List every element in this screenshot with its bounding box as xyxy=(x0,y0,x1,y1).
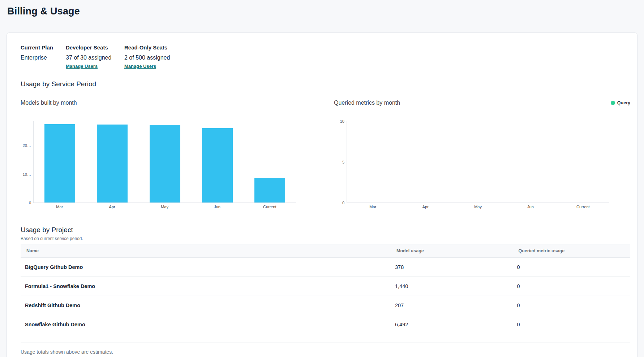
table-row: Snowflake Github Demo6,4920 xyxy=(21,315,630,334)
bar-slot xyxy=(191,121,244,203)
queried-metric-usage-value: 0 xyxy=(512,315,630,334)
manage-users-link-readonly[interactable]: Manage Users xyxy=(124,64,156,69)
y-tick-label: 20… xyxy=(23,143,31,148)
readonly-seats-value: 2 of 500 assigned xyxy=(124,55,170,61)
section-title-usage-by-project: Usage by Project xyxy=(21,226,630,234)
model-usage-value: 6,492 xyxy=(391,315,512,334)
project-name: Snowflake Github Demo xyxy=(21,315,391,334)
developer-seats-column: Developer Seats 37 of 30 assigned Manage… xyxy=(66,44,124,69)
x-tick-label: May xyxy=(452,205,504,209)
y-tick-label: 10 xyxy=(340,119,344,124)
model-usage-value: 1,440 xyxy=(391,277,512,296)
chart-legend: Query xyxy=(611,100,630,105)
bar-slot xyxy=(34,121,86,203)
bar-jun xyxy=(202,128,233,203)
x-tick-label: Current xyxy=(244,205,296,209)
metrics-chart-header: Queried metrics by month Query xyxy=(334,99,630,106)
bar-slot xyxy=(452,121,504,203)
table-row: Redshift Github Demo2070 xyxy=(21,296,630,315)
page-header: Billing & Usage xyxy=(0,0,644,17)
model-usage-value: 207 xyxy=(391,296,512,315)
column-header-model-usage: Model usage xyxy=(391,244,512,258)
bar-slot xyxy=(347,121,399,203)
bar-slot xyxy=(244,121,296,203)
queried-metric-usage-value: 0 xyxy=(512,277,630,296)
model-usage-value: 378 xyxy=(391,258,512,277)
plan-summary: Current Plan Enterprise Developer Seats … xyxy=(21,44,630,69)
bar-slot xyxy=(86,121,138,203)
footer-divider xyxy=(21,343,630,343)
table-header: NameModel usageQueried metric usage xyxy=(21,244,630,258)
bar-apr xyxy=(97,125,128,203)
models-chart-title: Models built by month xyxy=(21,100,77,106)
queried-metric-usage-value: 0 xyxy=(512,296,630,315)
legend-dot-icon xyxy=(611,101,615,105)
metrics-chart-x-axis: MarAprMayJunCurrent xyxy=(347,205,609,209)
current-plan-value: Enterprise xyxy=(21,55,66,61)
y-tick-label: 0 xyxy=(342,200,344,205)
models-chart-plot-area xyxy=(33,121,296,203)
bar-mar xyxy=(44,124,75,203)
metrics-chart-y-axis: 0510 xyxy=(334,121,347,203)
bar-slot xyxy=(138,121,191,203)
models-built-chart: Models built by month 010…20… MarAprMayJ… xyxy=(21,99,296,209)
legend-label: Query xyxy=(617,100,630,105)
models-chart-y-axis: 010…20… xyxy=(21,121,33,203)
x-tick-label: Mar xyxy=(347,205,399,209)
bar-slot xyxy=(557,121,609,203)
developer-seats-label: Developer Seats xyxy=(66,44,124,51)
column-header-name: Name xyxy=(21,244,391,258)
table-row: BigQuery Github Demo3780 xyxy=(21,258,630,277)
usage-estimates-note: Usage totals shown above are estimates. xyxy=(21,349,630,355)
usage-by-project-subtitle: Based on current service period. xyxy=(21,236,630,241)
bar-slot xyxy=(505,121,557,203)
bar-current xyxy=(254,178,285,203)
billing-card: Current Plan Enterprise Developer Seats … xyxy=(7,32,637,357)
x-tick-label: May xyxy=(138,205,191,209)
models-chart-plot: 010…20… xyxy=(21,121,296,203)
readonly-seats-label: Read-Only Seats xyxy=(124,44,170,51)
queried-metric-usage-value: 0 xyxy=(512,258,630,277)
y-tick-label: 5 xyxy=(342,160,344,165)
current-plan-label: Current Plan xyxy=(21,44,66,51)
y-tick-label: 10… xyxy=(23,172,31,177)
usage-by-project-table: NameModel usageQueried metric usage BigQ… xyxy=(21,244,630,334)
page-title: Billing & Usage xyxy=(7,6,635,17)
queried-metrics-chart: Queried metrics by month Query 0510 MarA… xyxy=(334,99,630,209)
current-plan-column: Current Plan Enterprise xyxy=(21,44,66,69)
metrics-chart-plot: 0510 xyxy=(334,121,630,203)
x-tick-label: Apr xyxy=(399,205,451,209)
project-name: Redshift Github Demo xyxy=(21,296,391,315)
x-tick-label: Apr xyxy=(86,205,138,209)
models-chart-header: Models built by month xyxy=(21,99,296,106)
readonly-seats-column: Read-Only Seats 2 of 500 assigned Manage… xyxy=(124,44,170,69)
project-name: BigQuery Github Demo xyxy=(21,258,391,277)
x-tick-label: Jun xyxy=(504,205,557,209)
bar-may xyxy=(150,125,180,203)
section-title-usage-by-service-period: Usage by Service Period xyxy=(21,80,630,88)
bar-slot xyxy=(399,121,452,203)
manage-users-link-developer[interactable]: Manage Users xyxy=(66,64,98,69)
developer-seats-value: 37 of 30 assigned xyxy=(66,55,124,61)
project-name: Formula1 - Snowflake Demo xyxy=(21,277,391,296)
metrics-chart-plot-area xyxy=(347,121,609,203)
x-tick-label: Jun xyxy=(191,205,243,209)
column-header-queried-metric-usage: Queried metric usage xyxy=(512,244,630,258)
x-tick-label: Mar xyxy=(33,205,86,209)
charts-row: Models built by month 010…20… MarAprMayJ… xyxy=(21,99,630,209)
y-tick-label: 0 xyxy=(29,200,31,205)
table-row: Formula1 - Snowflake Demo1,4400 xyxy=(21,277,630,296)
models-chart-x-axis: MarAprMayJunCurrent xyxy=(33,205,296,209)
x-tick-label: Current xyxy=(557,205,609,209)
metrics-chart-title: Queried metrics by month xyxy=(334,100,400,106)
